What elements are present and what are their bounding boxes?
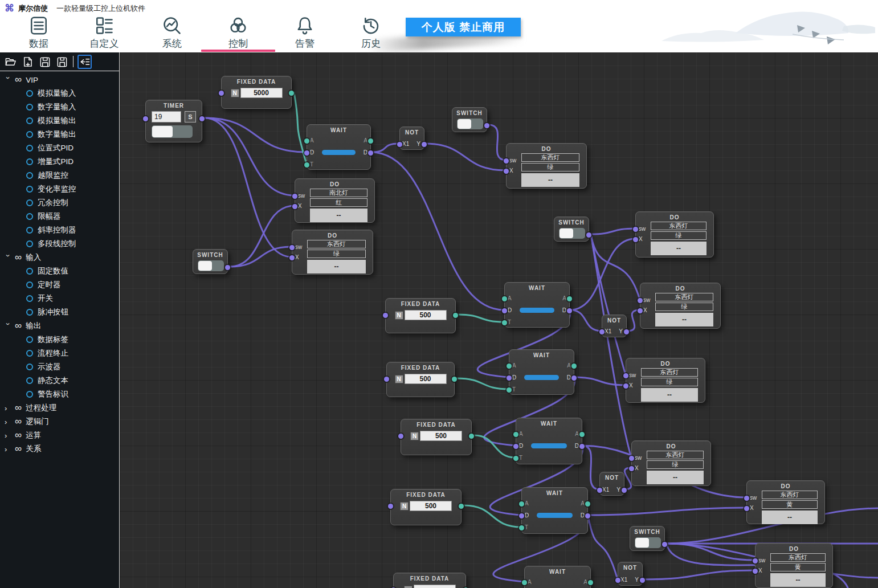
tab-系统[interactable]: 系统 <box>141 15 203 50</box>
port-D[interactable] <box>585 513 590 518</box>
switch-toggle[interactable] <box>457 119 483 129</box>
port-X[interactable] <box>504 169 509 174</box>
sidebar-item-输出[interactable]: ›∞输出 <box>0 319 119 333</box>
chevron-down-icon[interactable]: › <box>4 254 13 261</box>
do-state-field[interactable]: 绿 <box>521 163 579 172</box>
fixed-value-input[interactable]: 500 <box>410 501 452 511</box>
port-out[interactable] <box>662 542 667 547</box>
port-in[interactable] <box>219 91 224 96</box>
port-A[interactable] <box>522 580 527 585</box>
switch-node[interactable]: SWITCH <box>630 526 665 551</box>
port-A[interactable] <box>588 580 593 585</box>
port-A[interactable] <box>585 501 590 507</box>
port-X[interactable] <box>744 506 749 511</box>
sidebar-item-运算[interactable]: ›∞运算 <box>0 428 119 442</box>
port-out[interactable] <box>484 123 489 128</box>
port-X1[interactable] <box>615 578 620 583</box>
port-A[interactable] <box>304 138 309 144</box>
port-out[interactable] <box>289 91 294 96</box>
wait-node[interactable]: WAITADTAD <box>524 566 591 588</box>
port-A[interactable] <box>502 296 507 301</box>
port-A[interactable] <box>579 432 585 437</box>
port-T[interactable] <box>304 162 309 168</box>
port-A[interactable] <box>368 138 373 144</box>
port-A[interactable] <box>571 364 577 369</box>
timer-node[interactable]: TIMER19S <box>145 100 202 142</box>
port-X[interactable] <box>633 237 638 242</box>
do-node[interactable]: DOswX东西灯黄-- <box>746 480 825 524</box>
sidebar-item-脉冲按钮[interactable]: 脉冲按钮 <box>0 305 119 319</box>
do-state-field[interactable]: 黄 <box>770 563 826 571</box>
fixed-node[interactable]: FIXED DATAN500 <box>390 489 462 525</box>
do-node[interactable]: DOswX东西灯绿-- <box>631 440 711 486</box>
sidebar-item-增量式PID[interactable]: 增量式PID <box>0 155 119 169</box>
wait-node[interactable]: WAITADTAD <box>516 418 582 464</box>
sidebar-item-开关[interactable]: 开关 <box>0 292 119 305</box>
port-sw[interactable] <box>744 496 749 501</box>
port-sw[interactable] <box>638 298 643 303</box>
port-sw[interactable] <box>504 158 509 164</box>
do-state-field[interactable]: 绿 <box>307 250 366 258</box>
sidebar-item-变化率监控[interactable]: 变化率监控 <box>0 182 119 196</box>
sidebar-item-数字量输出[interactable]: 数字量输出 <box>0 128 119 141</box>
do-node[interactable]: DOswX东西灯绿-- <box>640 283 721 329</box>
port-X1[interactable] <box>597 488 602 493</box>
do-target-field[interactable]: 南北灯 <box>310 189 367 197</box>
port-Y[interactable] <box>640 578 645 583</box>
do-node[interactable]: DOswX东西灯绿-- <box>506 143 587 189</box>
port-out[interactable] <box>469 434 474 439</box>
chevron-right-icon[interactable]: › <box>5 431 11 440</box>
fixed-value-input[interactable]: 500 <box>420 431 462 441</box>
port-X[interactable] <box>289 255 295 260</box>
port-X1[interactable] <box>397 142 402 147</box>
port-D[interactable] <box>513 444 518 449</box>
fixed-node[interactable]: FIXED DATAN500 <box>385 298 456 333</box>
fixed-node[interactable]: FIXED DATAN500 <box>386 362 455 397</box>
sidebar-item-斜率控制器[interactable]: 斜率控制器 <box>0 223 119 237</box>
port-in[interactable] <box>398 434 403 439</box>
port-T[interactable] <box>519 525 524 530</box>
do-state-field[interactable]: 绿 <box>651 231 707 240</box>
chevron-right-icon[interactable]: › <box>5 418 11 426</box>
tab-控制[interactable]: 控制 <box>207 15 269 50</box>
do-target-field[interactable]: 东西灯 <box>770 553 826 562</box>
fixed-value-input[interactable] <box>414 585 456 588</box>
do-state-field[interactable]: 绿 <box>641 378 698 386</box>
timer-value-input[interactable]: 19 <box>152 111 181 122</box>
chevron-down-icon[interactable]: › <box>4 322 13 329</box>
fixed-node[interactable]: FIXED DATAN500 <box>401 419 472 455</box>
sidebar-item-关系[interactable]: ›∞关系 <box>0 442 119 456</box>
do-target-field[interactable]: 东西灯 <box>651 222 707 230</box>
save-as-button[interactable] <box>55 55 69 69</box>
fixed-node[interactable]: FIXED DATA <box>393 573 466 588</box>
port-D[interactable] <box>571 375 577 381</box>
sidebar-item-数据标签[interactable]: 数据标签 <box>0 333 119 346</box>
wait-node[interactable]: WAITADTAD <box>307 124 371 170</box>
port-out[interactable] <box>459 504 464 509</box>
port-X[interactable] <box>292 204 297 209</box>
port-D[interactable] <box>567 308 572 313</box>
collapse-panel-button[interactable] <box>77 55 92 69</box>
port-A[interactable] <box>507 364 512 369</box>
port-T[interactable] <box>507 387 512 393</box>
port-sw[interactable] <box>633 227 638 232</box>
port-X[interactable] <box>638 308 643 313</box>
port-out[interactable] <box>199 116 205 121</box>
port-sw[interactable] <box>289 245 295 250</box>
sidebar-item-限幅器[interactable]: 限幅器 <box>0 210 119 223</box>
sidebar-item-数字量输入[interactable]: 数字量输入 <box>0 100 119 114</box>
sidebar-item-静态文本[interactable]: 静态文本 <box>0 374 119 387</box>
port-out[interactable] <box>586 232 591 238</box>
port-sw[interactable] <box>623 373 628 378</box>
switch-node[interactable]: SWITCH <box>452 107 487 132</box>
timer-unit-button[interactable]: S <box>185 111 196 122</box>
port-sw[interactable] <box>292 194 297 199</box>
do-target-field[interactable]: 东西灯 <box>647 451 704 459</box>
port-out[interactable] <box>453 313 458 318</box>
sidebar-item-VIP[interactable]: ›∞VIP <box>0 73 119 87</box>
chevron-right-icon[interactable]: › <box>5 445 11 454</box>
chevron-right-icon[interactable]: › <box>5 404 11 413</box>
port-X[interactable] <box>753 569 758 574</box>
sidebar-item-模拟量输入[interactable]: 模拟量输入 <box>0 87 119 100</box>
sidebar-item-定时器[interactable]: 定时器 <box>0 278 119 292</box>
